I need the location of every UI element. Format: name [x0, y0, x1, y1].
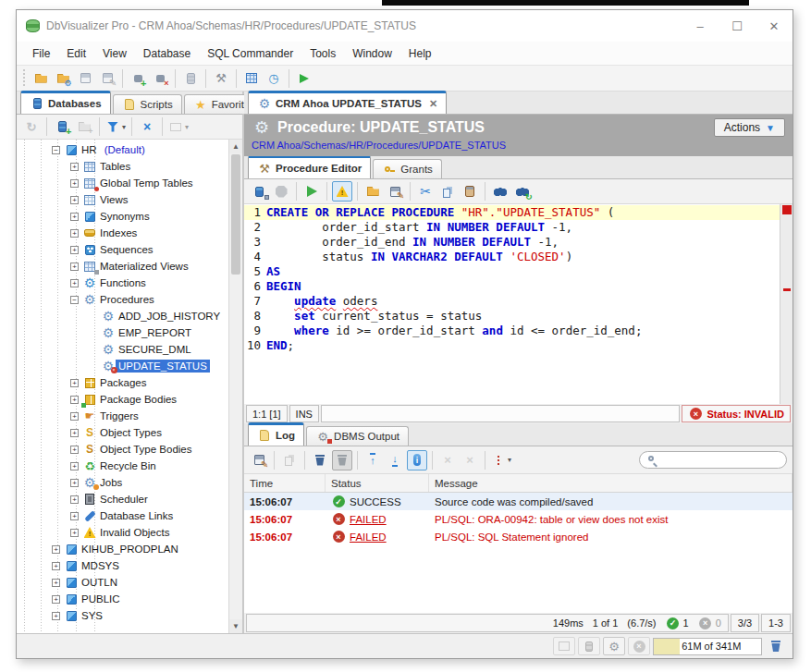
save-button[interactable]: [75, 68, 95, 89]
menu-database[interactable]: Database: [135, 44, 199, 63]
tab-scripts[interactable]: Scripts: [113, 94, 182, 114]
tab-procedure-editor[interactable]: ⚒Procedure Editor: [248, 155, 371, 178]
code-line-3[interactable]: 3 order_id_end IN NUMBER DEFAULT -1,: [244, 235, 780, 250]
expand-toggle-icon[interactable]: +: [70, 412, 79, 421]
scrollbar-thumb[interactable]: [231, 154, 240, 275]
tree-item-packages[interactable]: +Packages: [17, 374, 228, 391]
expand-toggle-icon[interactable]: +: [52, 562, 60, 570]
row-height-button[interactable]: ▾: [490, 450, 512, 470]
expand-toggle-icon[interactable]: +: [70, 263, 79, 271]
code-line-10[interactable]: 10END;: [244, 338, 780, 353]
scroll-down-icon[interactable]: ▼: [229, 619, 242, 633]
log-row[interactable]: 15:06:07×FAILEDPL/SQL: SQL Statement ign…: [244, 528, 793, 545]
expand-toggle-icon[interactable]: +: [70, 446, 79, 454]
tab-databases[interactable]: Databases: [20, 91, 111, 114]
expand-toggle-icon[interactable]: +: [70, 279, 79, 287]
code-line-1[interactable]: 1CREATE OR REPLACE PROCEDURE "HR"."UPDAT…: [244, 205, 780, 220]
gc-trash-button[interactable]: [766, 636, 786, 656]
expand-toggle-icon[interactable]: +: [70, 213, 79, 221]
error-stripe[interactable]: [780, 204, 793, 404]
status-gear-button[interactable]: ⚙: [603, 637, 625, 655]
expand-toggle-icon[interactable]: +: [70, 163, 79, 171]
save-file-button[interactable]: ✎: [385, 181, 405, 202]
filter-button[interactable]: ▾: [104, 116, 127, 137]
tree-item-procedures[interactable]: −⚙Procedures: [17, 291, 228, 308]
expand-toggle-icon[interactable]: +: [70, 246, 79, 254]
show-errors-button[interactable]: !: [332, 181, 352, 202]
maximize-button[interactable]: ☐: [719, 10, 756, 42]
find-button[interactable]: [490, 181, 510, 202]
open-folder-button[interactable]: [31, 68, 51, 89]
tree-item-emp-report[interactable]: ⚙EMP_REPORT: [17, 324, 228, 341]
collapse-all-button[interactable]: ×: [137, 116, 157, 137]
tree-item-scheduler[interactable]: +Scheduler: [17, 491, 228, 507]
expand-toggle-icon[interactable]: +: [70, 396, 79, 404]
collapse-toggle-icon[interactable]: −: [70, 296, 79, 304]
tab-log[interactable]: Log: [248, 422, 304, 446]
tree-item-public[interactable]: +PUBLIC: [17, 591, 228, 607]
clear-on-execute-button[interactable]: [332, 450, 352, 470]
tab-close-icon[interactable]: ✕: [429, 98, 437, 110]
expand-toggle-icon[interactable]: +: [70, 379, 79, 387]
tree-item-materialized-views[interactable]: +Materialized Views: [17, 258, 228, 275]
code-line-8[interactable]: 8 set current_status = status: [244, 309, 780, 324]
search-input[interactable]: [664, 455, 780, 466]
tree-item-object-types[interactable]: +SObject Types: [17, 424, 228, 441]
save-procedure-button[interactable]: [249, 181, 269, 202]
code-editor[interactable]: 1CREATE OR REPLACE PROCEDURE "HR"."UPDAT…: [244, 204, 793, 404]
tree-item-package-bodies[interactable]: +Package Bodies: [17, 391, 228, 408]
tree-item-sequences[interactable]: +Sequences: [17, 241, 228, 258]
tree-item-global-temp-tables[interactable]: +Global Temp Tables: [17, 175, 228, 191]
disconnect-button[interactable]: ×: [150, 68, 170, 89]
error-marker-line7[interactable]: [783, 288, 791, 291]
tab-dbms-output[interactable]: ⚙DBMS Output: [306, 426, 409, 446]
expand-toggle-icon[interactable]: +: [70, 462, 79, 470]
run-cursor-button[interactable]: [294, 68, 314, 89]
create-connection-button[interactable]: +: [52, 116, 72, 137]
tree-item-mdsys[interactable]: +MDSYS: [17, 557, 228, 574]
tab-grants[interactable]: Grants: [373, 159, 442, 178]
actions-button[interactable]: Actions ▼: [714, 118, 785, 137]
find-replace-button[interactable]: ↻: [512, 181, 533, 202]
code-line-6[interactable]: 6BEGIN: [244, 279, 780, 294]
minimize-button[interactable]: –: [682, 10, 719, 42]
expand-toggle-icon[interactable]: +: [70, 229, 79, 238]
tree-item-outln[interactable]: +OUTLN: [17, 574, 228, 591]
code-line-7[interactable]: 7 update oders: [244, 294, 780, 309]
expand-toggle-icon[interactable]: +: [70, 429, 79, 437]
preview-button[interactable]: ▾: [167, 116, 190, 137]
column-header-time[interactable]: Time: [244, 474, 326, 492]
expand-toggle-icon[interactable]: +: [70, 512, 79, 520]
folder-settings-button[interactable]: ⚙: [53, 68, 73, 89]
tree-scrollbar[interactable]: ▲ ▼: [228, 140, 242, 633]
expand-button[interactable]: ×: [437, 450, 458, 470]
expand-toggle-icon[interactable]: +: [52, 545, 60, 554]
autoscroll-button[interactable]: i: [407, 450, 427, 470]
refresh-button[interactable]: ↻: [21, 116, 42, 137]
tab-crm-ahoa-update-status[interactable]: ⚙ CRM Ahoa UPDATE_STATUS ✕: [248, 91, 447, 114]
layout-grid-button[interactable]: [553, 637, 575, 655]
tree-item-kihub-prodplan[interactable]: +KIHUB_PRODPLAN: [17, 541, 228, 557]
tree-item-functions[interactable]: +⚙Functions: [17, 275, 228, 291]
menu-view[interactable]: View: [94, 44, 135, 63]
copy-log-button[interactable]: [279, 450, 300, 470]
tree-item-hr[interactable]: −HR(Default): [17, 141, 228, 158]
tree-item-update-status[interactable]: ⚙×UPDATE_STATUS: [17, 358, 228, 374]
open-file-button[interactable]: [362, 181, 383, 202]
tree-item-synonyms[interactable]: +Synonyms: [17, 208, 228, 225]
tree-item-secure-dml[interactable]: ⚙SECURE_DML: [17, 341, 228, 358]
save-as-button[interactable]: ✎: [97, 68, 117, 89]
memory-gauge[interactable]: 61M of 341M: [653, 638, 762, 655]
status-db-button[interactable]: [578, 637, 600, 655]
menu-tools[interactable]: Tools: [301, 44, 344, 63]
scroll-up-icon[interactable]: ▲: [229, 140, 242, 153]
expand-toggle-icon[interactable]: +: [70, 495, 79, 504]
menu-window[interactable]: Window: [344, 44, 400, 63]
tree-item-database-links[interactable]: +Database Links: [17, 507, 228, 524]
close-button[interactable]: ✕: [756, 10, 793, 42]
tree-item-views[interactable]: +Views: [17, 191, 228, 208]
menu-sql-commander[interactable]: SQL Commander: [199, 44, 301, 63]
cut-button[interactable]: ✂: [415, 181, 436, 202]
log-row[interactable]: 15:06:07×FAILEDPL/SQL: ORA-00942: table …: [244, 510, 793, 528]
monitor-clock-button[interactable]: ◷: [264, 68, 284, 89]
